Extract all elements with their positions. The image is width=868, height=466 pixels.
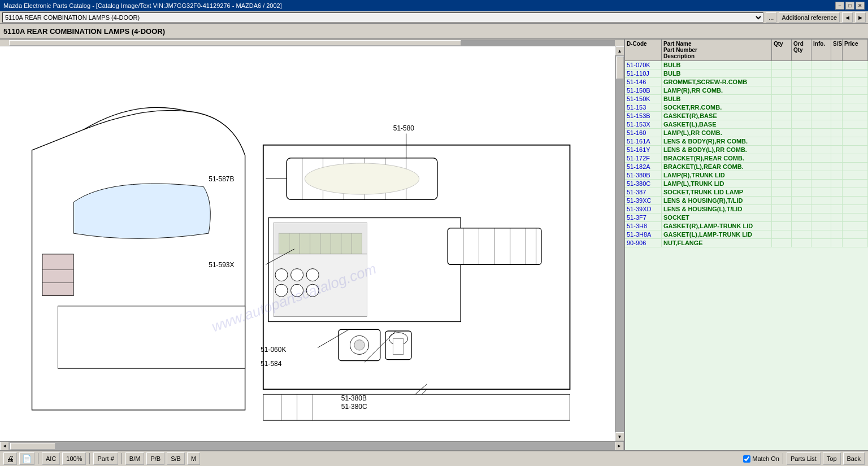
- price-cell: [843, 61, 868, 69]
- car-diagram: [32, 107, 570, 420]
- vertical-scrollbar[interactable]: ▲ ▼: [615, 46, 624, 441]
- d-code-cell[interactable]: 51-161Y: [625, 146, 662, 154]
- d-code-cell[interactable]: 51-3F7: [625, 214, 662, 221]
- ss-cell: [831, 222, 843, 230]
- table-row[interactable]: 51-150B LAMP(R),RR COMB.: [625, 86, 868, 95]
- catalog-select[interactable]: 5110A REAR COMBINATION LAMPS (4-DOOR): [2, 12, 763, 23]
- minimize-button[interactable]: −: [835, 2, 844, 10]
- doc-icon-button[interactable]: 📄: [19, 452, 34, 465]
- table-row[interactable]: 51-160 LAMP(L),RR COMB.: [625, 129, 868, 137]
- scroll-right-button[interactable]: ►: [615, 442, 624, 451]
- ss-cell: [831, 230, 843, 238]
- d-code-cell[interactable]: 51-3H8A: [625, 230, 662, 238]
- table-row[interactable]: 51-153B GASKET(R),BASE: [625, 112, 868, 120]
- ss-cell: [831, 61, 843, 69]
- table-row[interactable]: 51-39XC LENS & HOUSING(R),T/LID: [625, 197, 868, 205]
- d-code-cell[interactable]: 51-070K: [625, 61, 662, 69]
- d-code-cell[interactable]: 51-3H8: [625, 222, 662, 230]
- d-code-cell[interactable]: 51-39XC: [625, 197, 662, 204]
- zoom-button[interactable]: 100%: [62, 452, 86, 465]
- d-code-cell[interactable]: 51-182A: [625, 163, 662, 171]
- table-row[interactable]: 51-146 GROMMET,SCREW-R.COMB: [625, 78, 868, 86]
- top-scrollbar[interactable]: [0, 40, 624, 46]
- scroll-thumb[interactable]: [616, 56, 624, 79]
- top-scroll-thumb[interactable]: [9, 40, 461, 46]
- horizontal-scrollbar-container: ◄ ►: [0, 441, 624, 450]
- d-code-cell[interactable]: 51-110J: [625, 69, 662, 77]
- part-num-button[interactable]: Part #: [93, 452, 118, 465]
- d-code-cell[interactable]: 51-380C: [625, 180, 662, 188]
- qty-cell: [772, 78, 792, 86]
- qty-cell: [772, 137, 792, 145]
- d-code-cell[interactable]: 90-906: [625, 239, 662, 247]
- table-row[interactable]: 51-3F7 SOCKET: [625, 214, 868, 222]
- d-code-cell[interactable]: 51-160: [625, 129, 662, 137]
- d-code-cell[interactable]: 51-150B: [625, 86, 662, 94]
- table-row[interactable]: 51-070K BULB: [625, 61, 868, 69]
- part-name-cell: BRACKET(R),REAR COMB.: [662, 154, 772, 162]
- d-code-cell[interactable]: 51-153: [625, 103, 662, 111]
- table-row[interactable]: 51-182A BRACKET(L),REAR COMB.: [625, 163, 868, 171]
- nav-right-button[interactable]: ►: [855, 12, 866, 23]
- bm-button[interactable]: B/M: [125, 452, 145, 465]
- table-row[interactable]: 51-380B LAMP(R),TRUNK LID: [625, 171, 868, 180]
- part-name-cell: LENS & BODY(L),RR COMB.: [662, 146, 772, 154]
- part-name-cell: SOCKET,TRUNK LID LAMP: [662, 188, 772, 196]
- nav-left-button[interactable]: ◄: [842, 12, 853, 23]
- top-button[interactable]: Top: [823, 452, 841, 465]
- d-code-cell[interactable]: 51-153B: [625, 112, 662, 120]
- table-row[interactable]: 90-906 NUT,FLANGE: [625, 239, 868, 247]
- price-cell: [843, 188, 868, 196]
- table-row[interactable]: 51-153 SOCKET,RR.COMB.: [625, 103, 868, 112]
- m-button[interactable]: M: [187, 452, 200, 465]
- d-code-cell[interactable]: 51-146: [625, 78, 662, 86]
- info-cell: [811, 95, 831, 103]
- pb-button[interactable]: P/B: [146, 452, 164, 465]
- d-code-cell[interactable]: 51-387: [625, 188, 662, 196]
- match-on-text: Match On: [752, 455, 779, 462]
- col-header-price: Price: [843, 40, 868, 60]
- d-code-cell[interactable]: 51-39XD: [625, 205, 662, 213]
- info-cell: [811, 214, 831, 221]
- d-code-cell[interactable]: 51-172F: [625, 154, 662, 162]
- horizontal-scrollbar[interactable]: ◄ ►: [0, 442, 624, 450]
- col-header-ordqty: Ord Qty: [792, 40, 811, 60]
- h-scroll-thumb[interactable]: [10, 443, 55, 450]
- print-icon-button[interactable]: 🖨: [3, 452, 17, 465]
- table-row[interactable]: 51-150K BULB: [625, 95, 868, 103]
- table-row[interactable]: 51-110J BULB: [625, 69, 868, 78]
- qty-cell: [772, 188, 792, 196]
- table-row[interactable]: 51-387 SOCKET,TRUNK LID LAMP: [625, 188, 868, 197]
- table-row[interactable]: 51-172F BRACKET(R),REAR COMB.: [625, 154, 868, 163]
- close-button[interactable]: ✕: [856, 2, 865, 10]
- match-on-checkbox[interactable]: [743, 455, 750, 463]
- aic-button[interactable]: AIC: [42, 452, 60, 465]
- table-row[interactable]: 51-161A LENS & BODY(R),RR COMB.: [625, 137, 868, 146]
- label-51-584: 51-584: [261, 360, 282, 368]
- maximize-button[interactable]: □: [845, 2, 854, 10]
- scroll-left-button[interactable]: ◄: [0, 442, 9, 451]
- d-code-cell[interactable]: 51-153X: [625, 120, 662, 128]
- d-code-cell[interactable]: 51-380B: [625, 171, 662, 179]
- table-row[interactable]: 51-161Y LENS & BODY(L),RR COMB.: [625, 146, 868, 154]
- scroll-down-button[interactable]: ▼: [615, 432, 624, 441]
- parts-list-button[interactable]: Parts List: [787, 452, 821, 465]
- table-row[interactable]: 51-380C LAMP(L),TRUNK LID: [625, 180, 868, 188]
- d-code-cell[interactable]: 51-150K: [625, 95, 662, 103]
- table-row[interactable]: 51-39XD LENS & HOUSING(L),T/LID: [625, 205, 868, 214]
- page-title-bar: 5110A REAR COMBINATION LAMPS (4-DOOR): [0, 24, 868, 40]
- table-row[interactable]: 51-3H8A GASKET(L),LAMP-TRUNK LID: [625, 230, 868, 239]
- sb-button[interactable]: S/B: [167, 452, 185, 465]
- qty-cell: [772, 112, 792, 120]
- back-button[interactable]: Back: [843, 452, 865, 465]
- scroll-up-button[interactable]: ▲: [615, 46, 624, 55]
- table-row[interactable]: 51-153X GASKET(L),BASE: [625, 120, 868, 129]
- additional-reference-button[interactable]: Additional reference: [779, 12, 840, 23]
- label-51-380C: 51-380C: [341, 403, 367, 411]
- d-code-cell[interactable]: 51-161A: [625, 137, 662, 145]
- browse-button[interactable]: ...: [766, 12, 776, 23]
- ord-qty-cell: [792, 230, 811, 238]
- catalog-header: 5110A REAR COMBINATION LAMPS (4-DOOR) ..…: [0, 11, 868, 24]
- part-name-cell: BULB: [662, 61, 772, 69]
- table-row[interactable]: 51-3H8 GASKET(R),LAMP-TRUNK LID: [625, 222, 868, 230]
